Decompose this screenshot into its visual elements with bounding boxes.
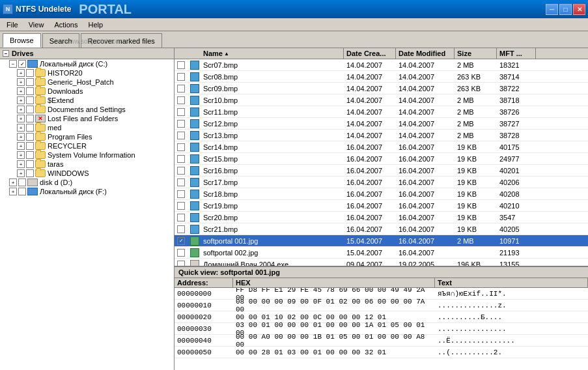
expand-disk-d[interactable]: + [9,178,17,186]
checkbox-docsettings[interactable] [26,106,34,113]
tree-item-generic[interactable]: + Generic_Host_Patch [0,78,174,87]
checkbox-winddows[interactable] [26,169,34,177]
menu-help[interactable]: Help [84,20,107,30]
col-header-size[interactable]: Size [455,48,497,59]
file-checkbox[interactable] [177,167,185,175]
expand-generic[interactable]: + [17,78,25,86]
tab-browse[interactable]: Browse [3,33,41,48]
checkbox-recycler[interactable] [26,142,34,150]
expand-docsettings[interactable]: + [17,106,25,113]
tree-item-local-c[interactable]: − Локальный диск (C:) [0,59,174,68]
table-row[interactable]: Scr19.bmp16.04.200716.04.200719 KB40210 [175,200,588,212]
table-row[interactable]: Scr10.bmp14.04.200714.04.20072 MB38718 [175,94,588,106]
table-row[interactable]: Scr11.bmp14.04.200714.04.20072 MB38726 [175,106,588,118]
col-header-name[interactable]: Name ▲ [201,48,344,59]
table-row[interactable]: Scr15.bmp16.04.200716.04.200719 KB24977 [175,153,588,165]
table-row[interactable]: Scr12.bmp14.04.200714.04.20072 MB38727 [175,118,588,130]
file-checkbox[interactable] [177,143,185,151]
table-row[interactable]: Scr17.bmp16.04.200716.04.200719 KB40206 [175,177,588,188]
file-checkbox[interactable] [177,178,185,186]
file-checkbox[interactable] [177,73,185,81]
checkbox-local-f[interactable] [18,188,26,195]
expand-winddows[interactable]: + [17,169,25,177]
file-checkbox[interactable] [177,120,185,128]
menu-actions[interactable]: Actions [50,20,81,30]
menu-file[interactable]: File [3,20,22,30]
table-row[interactable]: Scr14.bmp16.04.200716.04.200719 KB40175 [175,141,588,153]
minimize-button[interactable]: ─ [546,4,558,15]
file-checkbox[interactable] [177,61,185,69]
checkbox-sysvolinfo[interactable] [26,151,34,159]
tree-item-med[interactable]: + med [0,123,174,132]
expand-histor20[interactable]: + [17,69,25,77]
qv-hex: 00 00 A0 00 00 00 1B 01 05 00 01 00 00 0… [233,335,435,346]
expand-taras[interactable]: + [17,160,25,168]
expand-med[interactable]: + [17,124,25,132]
file-checkbox[interactable] [177,214,185,221]
file-checkbox[interactable] [177,96,185,104]
tree-item-docsettings[interactable]: + Documents and Settings [0,105,174,114]
table-row[interactable]: Scr18.bmp16.04.200716.04.200719 KB40208 [175,188,588,200]
tree-item-lost[interactable]: + ✕ Lost Files and Folders [0,114,174,123]
table-row[interactable]: softportal 001.jpg15.04.200716.04.20072 … [175,235,588,247]
table-row[interactable]: Scr13.bmp14.04.200714.04.20072 MB38728 [175,130,588,141]
menu-view[interactable]: View [25,20,48,30]
tab-recover[interactable]: Recover marked files [81,33,162,48]
tree-item-recycler[interactable]: + RECYCLER [0,141,174,150]
tree-item-extend[interactable]: + $Extend [0,96,174,105]
tree-item-downloads[interactable]: + Downloads [0,87,174,96]
tree-item-histor20[interactable]: + HISTOR20 [0,68,174,78]
checkbox-taras[interactable] [26,160,34,168]
checkbox-disk-d[interactable] [18,178,26,186]
tree-item-sysvolinfo[interactable]: + System Volume Information [0,150,174,160]
file-checkbox[interactable] [177,202,185,210]
file-checkbox[interactable] [177,225,185,233]
col-header-date-modified[interactable]: Date Modified [396,48,455,59]
file-date-modified: 16.04.2007 [396,153,455,164]
file-checkbox[interactable] [177,155,185,163]
close-button[interactable]: ✕ [573,4,585,15]
checkbox-c[interactable] [18,60,26,68]
checkbox-progfiles[interactable] [26,133,34,141]
tab-search[interactable]: Search [42,33,79,48]
col-header-date-created[interactable]: Date Crea... [344,48,396,59]
file-checkbox[interactable] [177,85,185,92]
checkbox-generic[interactable] [26,78,34,86]
maximize-button[interactable]: □ [559,4,572,15]
file-checkbox[interactable] [177,261,185,266]
expand-progfiles[interactable]: + [17,133,25,141]
checkbox-histor20[interactable] [26,69,34,77]
tree-item-winddows[interactable]: + WINDDOWS [0,169,174,178]
expand-local-f[interactable]: + [9,188,17,195]
checkbox-extend[interactable] [26,96,34,104]
file-checkbox[interactable] [177,108,185,116]
tree-item-taras[interactable]: + taras [0,160,174,169]
table-row[interactable]: Scr09.bmp14.04.200714.04.2007263 KB38722 [175,83,588,94]
file-checkbox[interactable] [177,190,185,198]
expand-downloads[interactable]: + [17,87,25,95]
tree-item-disk-d[interactable]: + disk d (D:) [0,178,174,187]
expand-extend[interactable]: + [17,96,25,104]
expand-sysvolinfo[interactable]: + [17,151,25,159]
file-checkbox[interactable] [177,249,185,257]
table-row[interactable]: softportal 002.jpg15.04.200716.04.200721… [175,247,588,259]
file-date-modified: 19.02.2005 [396,259,455,266]
table-row[interactable]: Домашний Врач 2004.exe09.04.200719.02.20… [175,259,588,266]
table-row[interactable]: Scr16.bmp16.04.200716.04.200719 KB40201 [175,165,588,177]
drives-collapse-btn[interactable]: − [3,50,9,57]
file-checkbox[interactable] [177,237,185,245]
checkbox-downloads[interactable] [26,87,34,95]
table-row[interactable]: Scr20.bmp16.04.200716.04.200719 KB3547 [175,212,588,223]
expand-c[interactable]: − [9,60,17,68]
checkbox-lost[interactable] [26,115,34,122]
table-row[interactable]: Scr08.bmp14.04.200714.04.2007263 KB38714 [175,71,588,83]
expand-recycler[interactable]: + [17,142,25,150]
expand-lost[interactable]: + [17,115,25,122]
table-row[interactable]: Scr07.bmp14.04.200714.04.20072 MB18321 [175,59,588,71]
checkbox-med[interactable] [26,124,34,132]
tree-item-local-f[interactable]: + Локальный диск (F:) [0,187,174,196]
file-checkbox[interactable] [177,132,185,139]
table-row[interactable]: Scr21.bmp16.04.200716.04.200719 KB40205 [175,223,588,235]
col-header-mft[interactable]: MFT ... [497,48,536,59]
tree-item-progfiles[interactable]: + Program Files [0,132,174,141]
